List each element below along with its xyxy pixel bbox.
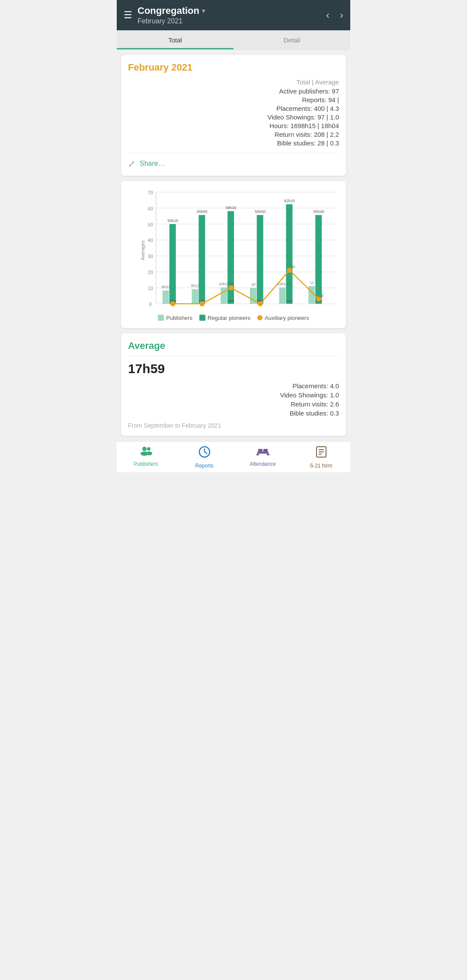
tab-detail-label: Detail [284,36,300,44]
s21form-icon [316,446,327,461]
stat-value: 94 | [328,96,339,103]
avg-stat-placements: Placements: 4.0 [128,382,339,390]
stat-placements: Placements: 400 | 4.3 [128,105,339,112]
svg-text:21: 21 [291,264,295,269]
menu-icon[interactable]: ☰ [124,10,132,21]
average-hours: 17h59 [128,361,339,376]
svg-text:10: 10 [148,286,153,291]
avg-stat-bible-studies: Bible studies: 0.3 [128,409,339,417]
stat-value: 1698h15 | 18h04 [291,122,339,129]
stat-reports: Reports: 94 | [128,96,339,103]
legend-auxiliary-circle [257,315,262,320]
aux-dot-oct [199,301,205,306]
tab-total[interactable]: Total [117,30,234,49]
nav-s21form-label: S-21 form [310,463,333,469]
stat-label: Video Showings: [268,113,318,121]
nav-forward-button[interactable]: › [340,9,343,21]
legend-regular-pioneers: Regular pioneers [199,315,250,321]
bar-reg-oct [198,215,205,304]
legend-publishers-label: Publishers [166,315,192,321]
stat-label: Bible studies: [277,139,317,147]
avg-stat-label: Placements: [292,382,330,390]
svg-text:10: 10 [229,281,233,286]
nav-back-button[interactable]: ‹ [326,9,329,21]
chart-legend: Publishers Regular pioneers Auxiliary pi… [128,315,339,321]
legend-auxiliary-pioneers: Auxiliary pioneers [257,315,309,321]
stat-return-visits: Return visits: 208 | 2.2 [128,131,339,138]
share-button[interactable]: ⤢ Share… [128,153,339,169]
stats-column-headers: Total | Average [128,78,339,86]
average-divider [128,356,339,356]
svg-rect-47 [258,449,262,452]
stat-value: 28 | 0.3 [317,139,339,147]
avg-stat-value: 2.6 [330,400,339,408]
svg-text:3: 3 [321,293,323,298]
chart-card: 70 60 50 40 30 20 10 0 Averages [121,181,346,328]
reports-icon [198,446,211,461]
stat-bible-studies: Bible studies: 28 | 0.3 [128,139,339,147]
congregation-title[interactable]: Congregation ▾ [138,5,321,16]
bar-pub-nov [221,287,227,304]
bar-reg-dec [257,215,263,304]
bar-chart: 70 60 50 40 30 20 10 0 Averages [141,188,339,309]
stat-value: 97 [332,87,339,95]
nav-attendance[interactable]: Attendance [234,442,292,472]
aux-dot-nov [228,285,234,290]
congregation-name: Congregation [138,5,199,16]
svg-text:Nov: Nov [227,299,234,303]
tab-total-label: Total [168,36,182,44]
svg-line-45 [205,452,207,454]
bar-pub-jan [279,287,286,304]
average-card: Average 17h59 Placements: 4.0 Video Show… [121,333,346,436]
svg-text:30: 30 [148,254,153,259]
dropdown-arrow-icon[interactable]: ▾ [202,7,205,14]
stat-video-showings: Video Showings: 97 | 1.0 [128,113,339,121]
bottom-navigation: Publishers Reports Attendance [117,441,350,472]
svg-rect-49 [256,454,259,455]
svg-text:55h55: 55h55 [197,210,208,214]
tab-detail[interactable]: Detail [234,30,350,49]
nav-publishers-label: Publishers [134,461,158,467]
stat-label: Hours: [269,122,290,129]
tab-bar: Total Detail [117,30,350,50]
header-title-block: Congregation ▾ February 2021 [138,5,321,25]
svg-text:58h30: 58h30 [226,206,237,210]
avg-stat-value: 1.0 [330,391,339,399]
svg-text:40: 40 [148,238,153,243]
bar-pub-oct [192,289,198,304]
avg-stat-value: 0.3 [330,409,339,417]
bar-reg-jan [286,204,293,304]
stat-active-publishers: Active publishers: 97 [128,87,339,95]
svg-text:Jan: Jan [286,299,292,303]
aux-dot-sep [170,301,176,306]
bar-pub-sep [163,290,169,304]
nav-publishers[interactable]: Publishers [117,442,175,472]
svg-text:8h31: 8h31 [162,285,170,289]
nav-s21form[interactable]: S-21 form [292,442,350,472]
summary-title: February 2021 [128,62,339,73]
legend-regular-label: Regular pioneers [208,315,250,321]
nav-reports[interactable]: Reports [175,442,234,472]
legend-publishers-box [158,315,164,321]
svg-text:10h21: 10h21 [219,282,230,286]
legend-auxiliary-label: Auxiliary pioneers [265,315,309,321]
aux-dot-feb [316,297,321,302]
avg-stat-video: Video Showings: 1.0 [128,391,339,399]
average-footer: From September to February 2021 [128,422,339,429]
chart-container: 70 60 50 40 30 20 10 0 Averages [128,188,339,310]
aux-dot-dec [258,301,263,306]
svg-text:Averages: Averages [140,240,145,261]
svg-text:9h13: 9h13 [191,284,199,288]
legend-publishers: Publishers [158,315,192,321]
share-label: Share… [140,160,165,168]
svg-text:60: 60 [148,206,153,211]
svg-text:11: 11 [310,280,314,285]
avg-stat-label: Return visits: [291,400,330,408]
svg-text:62h15: 62h15 [284,199,295,203]
svg-text:10: 10 [251,282,256,287]
publishers-icon [140,446,152,459]
average-title: Average [128,340,339,351]
header-date: February 2021 [138,17,321,25]
avg-stat-return-visits: Return visits: 2.6 [128,400,339,408]
svg-rect-48 [263,449,268,452]
